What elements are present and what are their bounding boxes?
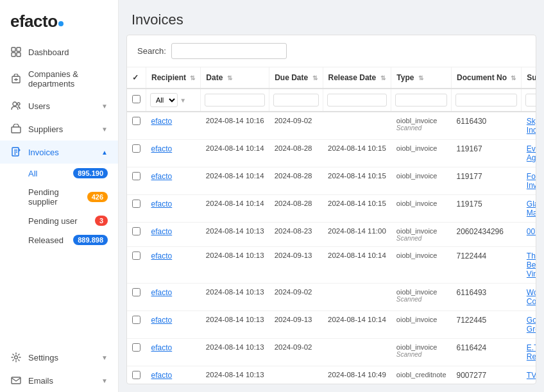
supplier-link-8[interactable]: E.T. Space Rese... — [527, 343, 536, 361]
sidebar-item-dashboard[interactable]: Dashboard — [0, 40, 118, 64]
filter-type-input[interactable] — [395, 94, 447, 107]
recipient-link-9[interactable]: efacto — [151, 371, 173, 380]
sidebar-item-pending-supplier[interactable]: Pending supplier 426 — [0, 183, 118, 211]
row-checkbox-3[interactable] — [132, 200, 140, 208]
row-due-date-7: 2024-09-13 — [269, 311, 323, 339]
row-doc-no-1: 119167 — [452, 140, 522, 167]
sidebar-label-companies: Companies & departments — [28, 69, 108, 89]
row-check-8 — [127, 339, 146, 366]
recipient-link-4[interactable]: efacto — [151, 227, 173, 236]
row-release-date-1: 2024-08-14 10:15 — [323, 140, 391, 167]
supplier-link-2[interactable]: Foley Investiga... — [527, 172, 536, 190]
sidebar-item-suppliers[interactable]: Suppliers ▼ — [0, 117, 118, 141]
filter-recipient-select[interactable]: All — [150, 93, 178, 107]
row-doc-no-4: 20602434296 — [452, 223, 522, 247]
row-checkbox-6[interactable] — [132, 288, 140, 296]
svg-rect-2 — [12, 53, 15, 56]
supplier-link-6[interactable]: Woody Constru... — [527, 288, 536, 306]
row-doc-no-3: 119175 — [452, 195, 522, 223]
row-recipient-9: efacto — [146, 366, 201, 384]
recipient-link-0[interactable]: efacto — [151, 117, 173, 126]
sidebar-item-companies[interactable]: Companies & departments — [0, 64, 118, 94]
svg-rect-9 — [12, 127, 21, 133]
recipient-link-8[interactable]: efacto — [151, 343, 173, 352]
search-input[interactable] — [171, 43, 287, 59]
sort-type-icon: ⇅ — [418, 74, 423, 81]
supplier-link-1[interactable]: Everdeen Agricu... — [527, 144, 536, 162]
supplier-link-5[interactable]: The Beatles Vint... — [527, 251, 536, 278]
filter-supplier-input[interactable] — [525, 94, 536, 107]
row-type-3: oiobl_invoice — [391, 195, 452, 223]
row-check-4 — [127, 223, 146, 247]
recipient-link-7[interactable]: efacto — [151, 316, 173, 325]
svg-rect-1 — [17, 47, 21, 51]
row-checkbox-7[interactable] — [132, 316, 140, 324]
filter-date-input[interactable] — [205, 94, 265, 107]
col-due-date[interactable]: Due Date ⇅ — [269, 67, 323, 89]
row-checkbox-8[interactable] — [132, 343, 140, 352]
table-row: efacto 2024-08-14 10:13 2024-08-23 2024-… — [127, 223, 536, 247]
row-date-8: 2024-08-14 10:13 — [201, 339, 269, 366]
supplier-link-3[interactable]: Gladiator Materi... — [527, 200, 536, 217]
row-release-date-8 — [323, 339, 391, 366]
col-type[interactable]: Type ⇅ — [391, 67, 452, 89]
svg-point-8 — [17, 103, 20, 105]
table-row: efacto 2024-08-14 10:13 2024-08-14 10:49… — [127, 366, 536, 384]
sidebar-item-all[interactable]: All 895.190 — [0, 164, 118, 183]
row-checkbox-2[interactable] — [132, 172, 140, 180]
col-document-no[interactable]: Document No ⇅ — [452, 67, 522, 89]
row-doc-no-2: 119177 — [452, 167, 522, 195]
col-supplier[interactable]: Supplier ⇅ — [522, 67, 536, 89]
row-checkbox-1[interactable] — [132, 144, 140, 153]
row-doc-no-6: 6116493 — [452, 284, 522, 311]
row-checkbox-9[interactable] — [132, 371, 140, 379]
col-release-date[interactable]: Release Date ⇅ — [323, 67, 391, 89]
sort-recipient-icon: ⇅ — [190, 74, 195, 81]
search-bar: Search: — [127, 35, 536, 67]
row-release-date-4: 2024-08-14 11:00 — [323, 223, 391, 247]
filter-date — [201, 89, 269, 112]
sub-label-released: Released — [28, 235, 64, 245]
row-release-date-3: 2024-08-14 10:15 — [323, 195, 391, 223]
table-row: efacto 2024-08-14 10:13 2024-09-02 oiobl… — [127, 284, 536, 311]
suppliers-arrow-icon: ▼ — [101, 126, 108, 133]
row-checkbox-5[interactable] — [132, 251, 140, 260]
recipient-link-1[interactable]: efacto — [151, 144, 173, 153]
filter-recipient: All ▼ — [146, 89, 201, 112]
row-checkbox-0[interactable] — [132, 117, 140, 125]
settings-arrow-icon: ▼ — [101, 354, 108, 361]
svg-point-14 — [15, 356, 18, 359]
sidebar-item-pending-user[interactable]: Pending user 3 — [0, 211, 118, 230]
svg-rect-3 — [17, 53, 21, 56]
sidebar-item-emails[interactable]: Emails ▼ — [0, 369, 118, 392]
recipient-link-2[interactable]: efacto — [151, 172, 173, 181]
recipient-link-5[interactable]: efacto — [151, 251, 173, 260]
supplier-link-9[interactable]: TV Shop — [527, 371, 536, 380]
col-recipient[interactable]: Recipient ⇅ — [146, 67, 201, 89]
sidebar-item-released[interactable]: Released 889.898 — [0, 230, 118, 250]
supplier-link-4[interactable]: 007 Health — [527, 227, 536, 236]
sidebar-item-settings[interactable]: Settings ▼ — [0, 346, 118, 369]
filter-due-date — [269, 89, 323, 112]
sort-date-icon: ⇅ — [227, 74, 232, 81]
col-date[interactable]: Date ⇅ — [201, 67, 269, 89]
table-row: efacto 2024-08-14 10:14 2024-08-28 2024-… — [127, 167, 536, 195]
table-row: efacto 2024-08-14 10:14 2024-08-28 2024-… — [127, 195, 536, 223]
row-release-date-5: 2024-08-14 10:14 — [323, 247, 391, 284]
sidebar-item-invoices[interactable]: Invoices ▲ — [0, 141, 118, 164]
recipient-link-6[interactable]: efacto — [151, 288, 173, 297]
main-content: Invoices Search: ✓ Recipient ⇅ — [119, 0, 544, 392]
badge-pending-user: 3 — [95, 216, 108, 226]
select-all-checkbox[interactable] — [132, 95, 140, 103]
filter-doc-no-input[interactable] — [455, 94, 517, 107]
filter-release-date-input[interactable] — [327, 94, 387, 107]
filter-due-date-input[interactable] — [273, 94, 318, 107]
sidebar-item-users[interactable]: Users ▼ — [0, 94, 118, 117]
page-header: Invoices — [119, 0, 544, 35]
supplier-link-7[interactable]: Gollum Group — [527, 316, 536, 334]
row-checkbox-4[interactable] — [132, 227, 140, 235]
supplier-link-0[interactable]: Skywalker Inc. — [527, 117, 536, 135]
recipient-link-3[interactable]: efacto — [151, 200, 173, 209]
sidebar-label-settings: Settings — [28, 353, 101, 362]
filter-supplier — [522, 89, 536, 112]
